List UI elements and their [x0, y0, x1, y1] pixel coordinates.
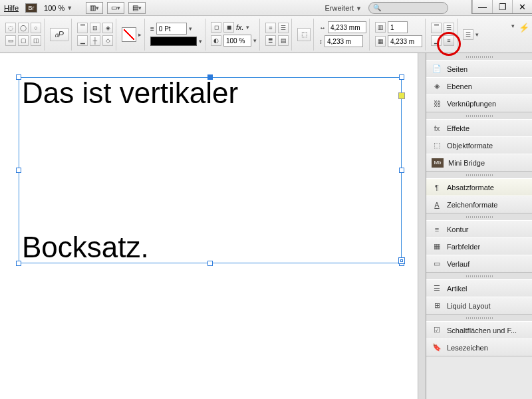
valign-bot-icon[interactable]: ▁	[431, 35, 442, 46]
panel-effects[interactable]: fxEffekte	[426, 119, 532, 136]
chevron-down-icon[interactable]: ▾	[246, 24, 249, 31]
document-canvas[interactable]: Das ist vertikaler Bocksatz.	[0, 53, 426, 399]
chevron-down-icon[interactable]: ▾	[199, 38, 202, 45]
fx-button[interactable]: fx.	[236, 23, 244, 31]
zoom-level[interactable]: 100 % ▼	[44, 4, 72, 12]
align-left-icon[interactable]: ≡	[265, 23, 276, 33]
dock-grip[interactable]	[426, 53, 532, 60]
corner-icon[interactable]: ◻	[211, 22, 221, 33]
dock-grip[interactable]	[426, 315, 532, 321]
panel-label: Verknüpfungen	[447, 100, 496, 108]
panel-mini-bridge[interactable]: MbMini Bridge	[426, 154, 532, 171]
view-option-group: ▥ ▾ ▭ ▾ ▤ ▾	[86, 2, 146, 14]
panel-paragraph-styles[interactable]: ¶Absatzformate	[426, 178, 532, 196]
panel-label: Zeichenformate	[447, 201, 497, 209]
valign-top-icon[interactable]: ▔	[431, 23, 442, 33]
menubar: Hilfe Br 100 % ▼ ▥ ▾ ▭ ▾ ▤ ▾ Erweitert ▼…	[0, 0, 532, 16]
handle-mid-right[interactable]	[399, 168, 404, 173]
dock-grip[interactable]	[426, 273, 532, 279]
anchor-top-icon[interactable]: ▔	[77, 23, 88, 33]
chevron-down-icon[interactable]: ▾	[189, 25, 192, 32]
no-fill-icon[interactable]	[122, 27, 136, 42]
close-button[interactable]: ✕	[512, 0, 532, 13]
chevron-down-icon[interactable]: ▸	[138, 31, 142, 38]
anchor-mid-icon[interactable]: ⊟	[90, 23, 100, 33]
opacity-field[interactable]: 100 %	[223, 35, 251, 47]
text-frame-selected[interactable]: Das ist vertikaler Bocksatz.	[19, 77, 402, 263]
handle-top-left[interactable]	[16, 74, 21, 80]
paragraph-icon[interactable]: ₀P	[50, 28, 68, 41]
anchor-bot-icon[interactable]: ▁	[77, 35, 88, 46]
bridge-icon[interactable]: Br	[25, 3, 37, 13]
shadow-icon[interactable]: ◼	[223, 22, 234, 33]
rect-icon[interactable]: ▭	[5, 35, 16, 46]
height-field[interactable]: 4,233 m	[325, 35, 363, 47]
text-line-2: Bocksatz.	[22, 232, 149, 263]
out-port[interactable]	[398, 257, 405, 264]
ellipse-dashed-icon[interactable]: ◯	[18, 23, 29, 33]
panel-character-styles[interactable]: AZeichenformate	[426, 196, 532, 213]
align-right-icon[interactable]: ≣	[265, 35, 276, 46]
view-dropdown-2[interactable]: ▭ ▾	[107, 2, 124, 14]
width-icon: ↔	[319, 24, 326, 31]
valign-mid-icon[interactable]: ☰	[444, 23, 454, 33]
ellipse-icon[interactable]: ○	[31, 23, 41, 33]
ellipse-dotted-icon[interactable]: ◌	[5, 23, 16, 33]
dock-grip[interactable]	[426, 112, 532, 119]
valign-justify-icon[interactable]: ≡	[444, 35, 454, 46]
anchor-c-icon[interactable]: ┼	[90, 35, 100, 46]
panel-group-3: ¶Absatzformate AZeichenformate	[426, 178, 532, 213]
handle-mid-top[interactable]	[207, 74, 213, 80]
bolt-icon[interactable]: ⚡	[519, 23, 529, 33]
gutter-field[interactable]: 4,233 m	[388, 35, 422, 47]
width-field[interactable]: 4,233 mm	[328, 21, 366, 33]
panel-liquid-layout[interactable]: ⊞Liquid Layout	[426, 297, 532, 314]
chevron-down-icon[interactable]: ▾	[475, 31, 479, 38]
help-menu[interactable]: Hilfe	[4, 4, 19, 12]
panel-articles[interactable]: ☰Artikel	[426, 279, 532, 297]
handle-mid-left[interactable]	[16, 168, 21, 173]
panel-object-styles[interactable]: ⬚Objektformate	[426, 136, 532, 154]
textframe-icon[interactable]: ⬚	[297, 28, 311, 41]
panel-bookmarks[interactable]: 🔖Lesezeichen	[426, 338, 532, 356]
dock-divider[interactable]	[418, 53, 426, 399]
search-input[interactable]: 🔍	[368, 2, 448, 14]
panel-group-4: ≡Kontur ▦Farbfelder ▭Verlauf	[426, 220, 532, 273]
valign-group: ▔ ☰ ▁ ≡	[428, 19, 458, 51]
handle-mid-bottom[interactable]	[207, 261, 213, 266]
anchor-icon[interactable]: ◈	[102, 23, 113, 33]
panel-buttons-forms[interactable]: ☑Schaltflächen und F...	[426, 321, 532, 338]
rect2-icon[interactable]: ◫	[31, 35, 41, 46]
zoom-value: 100 %	[44, 4, 65, 12]
expand-icon[interactable]: ▾	[511, 23, 515, 29]
dock-grip[interactable]	[426, 213, 532, 220]
forms-icon: ☑	[432, 326, 442, 335]
list-icon[interactable]: ☰	[463, 29, 473, 40]
align-center-icon[interactable]: ☰	[278, 23, 289, 33]
dock-grip[interactable]	[426, 172, 532, 178]
panel-gradient[interactable]: ▭Verlauf	[426, 255, 532, 272]
stroke-style-dropdown[interactable]	[150, 37, 197, 46]
tool-group-text: ₀P	[47, 19, 72, 51]
stroke-weight-field[interactable]: 0 Pt	[156, 23, 187, 35]
handle-bottom-left[interactable]	[16, 261, 21, 266]
align-justify-icon[interactable]: ▤	[278, 35, 289, 46]
rect-dashed-icon[interactable]: ▢	[18, 35, 29, 46]
panel-pages[interactable]: 📄Seiten	[426, 60, 532, 77]
live-corner-handle[interactable]	[398, 92, 405, 99]
maximize-button[interactable]: ❐	[492, 0, 512, 13]
panel-swatches[interactable]: ▦Farbfelder	[426, 237, 532, 255]
view-dropdown-3[interactable]: ▤ ▾	[128, 2, 146, 14]
minimize-button[interactable]: —	[472, 0, 492, 13]
objstyle-icon: ⬚	[432, 141, 442, 150]
col-balance-icon[interactable]: ▦	[375, 36, 386, 47]
panel-links[interactable]: ⛓Verknüpfungen	[426, 94, 532, 112]
anchor-r-icon[interactable]: ◇	[102, 35, 113, 46]
panel-stroke[interactable]: ≡Kontur	[426, 220, 532, 237]
panel-layers[interactable]: ◈Ebenen	[426, 77, 532, 94]
view-dropdown-1[interactable]: ▥ ▾	[86, 2, 103, 14]
handle-top-right[interactable]	[399, 74, 404, 80]
workspace-switcher[interactable]: Erweitert ▼	[325, 4, 362, 12]
chevron-down-icon[interactable]: ▾	[253, 37, 257, 44]
columns-field[interactable]: 1	[388, 21, 408, 33]
